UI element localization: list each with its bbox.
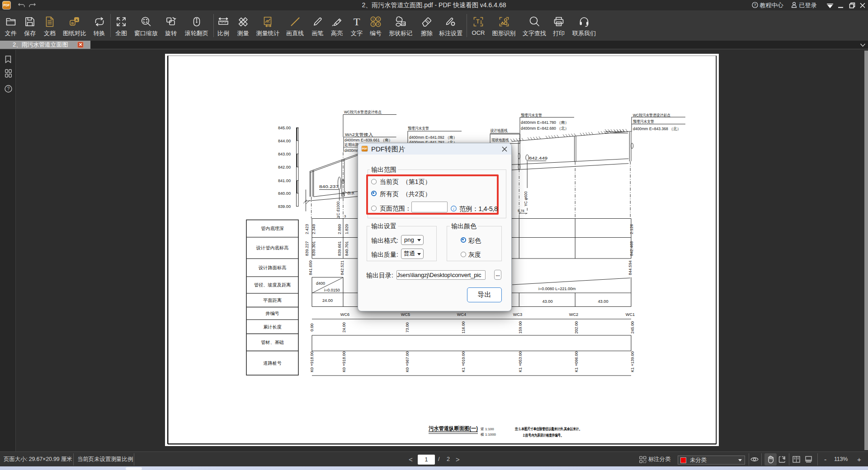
svg-text:现状地面线: 现状地面线 — [491, 137, 509, 142]
svg-text:2.括号内为原设计检查井编号。: 2.括号内为原设计检查井编号。 — [523, 432, 564, 437]
svg-text:d400mm E=839.661 （南）: d400mm E=839.661 （南） — [344, 138, 392, 142]
svg-text:YC d1000: YC d1000 — [336, 201, 340, 218]
svg-text:842.449: 842.449 — [529, 155, 547, 160]
svg-text:WC1: WC1 — [626, 312, 635, 316]
svg-text:844.594: 844.594 — [628, 260, 632, 275]
svg-text:WC段污水管道设计终点: WC段污水管道设计终点 — [344, 109, 382, 114]
svg-text:43.00: 43.00 — [598, 299, 609, 304]
svg-text:0.00: 0.00 — [310, 323, 314, 331]
svg-text:24.00: 24.00 — [342, 322, 346, 333]
svg-text:839.301: 839.301 — [311, 241, 316, 256]
svg-text:横 1:1000: 横 1:1000 — [481, 432, 496, 437]
svg-text:840.00: 840.00 — [278, 191, 291, 195]
svg-text:WA2支管接入: WA2支管接入 — [345, 132, 373, 136]
svg-text:?: ? — [754, 3, 756, 7]
svg-text:K0 +918.00: K0 +918.00 — [310, 351, 314, 372]
svg-text:43.00: 43.00 — [542, 299, 553, 304]
svg-text:井编号: 井编号 — [265, 311, 279, 316]
svg-text:2.423: 2.423 — [305, 224, 309, 234]
svg-text:24.00: 24.00 — [322, 298, 333, 302]
svg-text:?: ? — [7, 86, 10, 91]
svg-text:4: 4 — [377, 22, 379, 26]
svg-text:d400mm E=841.092 （南）: d400mm E=841.092 （南） — [409, 135, 457, 140]
svg-text:累计长度: 累计长度 — [263, 324, 282, 329]
svg-text:3: 3 — [372, 22, 374, 26]
svg-text:840.237: 840.237 — [319, 184, 339, 188]
svg-text:A: A — [75, 18, 78, 22]
svg-text:注:1.本图尺寸单位除管径以毫米计外,其余以米计。: 注:1.本图尺寸单位除管径以毫米计外,其余以米计。 — [514, 427, 582, 431]
svg-text:839.661: 839.661 — [337, 241, 342, 256]
svg-text:840.701: 840.701 — [344, 241, 349, 256]
svg-text:管径、坡度及距离: 管径、坡度及距离 — [254, 282, 291, 287]
svg-text:843.00: 843.00 — [278, 151, 291, 156]
svg-text:3: 3 — [344, 214, 346, 218]
svg-text:2: 2 — [377, 17, 379, 21]
svg-text:污水管道纵断面图(一): 污水管道纵断面图(一) — [429, 425, 478, 431]
svg-text:841.00: 841.00 — [278, 178, 291, 183]
svg-text:B: B — [71, 21, 74, 25]
svg-text:管材、基础: 管材、基础 — [261, 340, 284, 345]
svg-text:跌水: 跌水 — [348, 191, 355, 195]
svg-text:202.00: 202.00 — [574, 321, 579, 334]
svg-text:WC段污水管道设计起点: WC段污水管道设计起点 — [633, 113, 670, 117]
svg-text:73.00: 73.00 — [405, 322, 410, 333]
svg-text:K1 +096.00: K1 +096.00 — [574, 351, 579, 372]
svg-text:WC2: WC2 — [569, 312, 578, 316]
svg-text:设计路面标高: 设计路面标高 — [258, 265, 286, 270]
svg-text:K0 +918.00: K0 +918.00 — [342, 351, 346, 372]
svg-text:i=0.0080 L=221.00m: i=0.0080 L=221.00m — [538, 286, 576, 291]
svg-text:K1 +139.00: K1 +139.00 — [630, 351, 635, 372]
svg-text:WC6: WC6 — [340, 312, 349, 316]
svg-text:竖 1:100: 竖 1:100 — [480, 427, 494, 431]
svg-text:2.349: 2.349 — [311, 224, 316, 234]
svg-text:2.860: 2.860 — [337, 224, 342, 234]
svg-text:设计管内底标高: 设计管内底标高 — [256, 245, 288, 250]
svg-text:839.227: 839.227 — [305, 241, 309, 256]
svg-text:844.00: 844.00 — [278, 138, 291, 143]
svg-text:d400mm E=841.780 （南）: d400mm E=841.780 （南） — [521, 120, 569, 125]
svg-text:116.00: 116.00 — [461, 321, 466, 334]
svg-text:i: i — [453, 207, 454, 211]
svg-text:设计地面线: 设计地面线 — [491, 128, 508, 132]
svg-text:K1 +010.00: K1 +010.00 — [461, 351, 466, 372]
svg-text:839.00: 839.00 — [278, 204, 291, 208]
svg-text:WC4: WC4 — [457, 312, 466, 316]
svg-text:2.126: 2.126 — [629, 224, 634, 234]
svg-text:平面距离: 平面距离 — [263, 298, 282, 303]
svg-text:预埋污水支管: 预埋污水支管 — [521, 113, 542, 118]
svg-text:d400mm E=842.680 （北）: d400mm E=842.680 （北） — [521, 126, 569, 131]
svg-text:842.521: 842.521 — [340, 260, 344, 275]
svg-text:WC3: WC3 — [513, 312, 522, 316]
svg-text:WC5: WC5 — [401, 312, 410, 316]
svg-text:近期出路: 近期出路 — [344, 142, 359, 146]
svg-text:1.820: 1.820 — [344, 224, 349, 234]
svg-text:K0 +967.00: K0 +967.00 — [405, 351, 410, 372]
svg-text:245.00: 245.00 — [630, 321, 635, 334]
svg-text:i=0.0150: i=0.0150 — [324, 287, 340, 292]
svg-text:管内底埋深: 管内底埋深 — [261, 226, 284, 231]
svg-text:预埋污水支管: 预埋污水支管 — [408, 126, 429, 131]
svg-text:道路桩号: 道路桩号 — [263, 361, 282, 366]
svg-text:d400: d400 — [316, 281, 325, 285]
svg-text:842.468: 842.468 — [629, 241, 634, 256]
svg-text:841.650: 841.650 — [308, 260, 313, 275]
svg-text:842.00: 842.00 — [278, 164, 291, 169]
svg-text:预埋污水支管: 预埋污水支管 — [633, 119, 654, 124]
svg-text:YC φ600: YC φ600 — [524, 191, 528, 206]
svg-text:845.00: 845.00 — [278, 126, 291, 130]
svg-text:d400mm E=843.368 （北）: d400mm E=843.368 （北） — [633, 127, 681, 131]
svg-text:159.00: 159.00 — [518, 321, 523, 334]
svg-text:1: 1 — [372, 17, 374, 21]
svg-text:K1 +053.00: K1 +053.00 — [518, 351, 523, 372]
